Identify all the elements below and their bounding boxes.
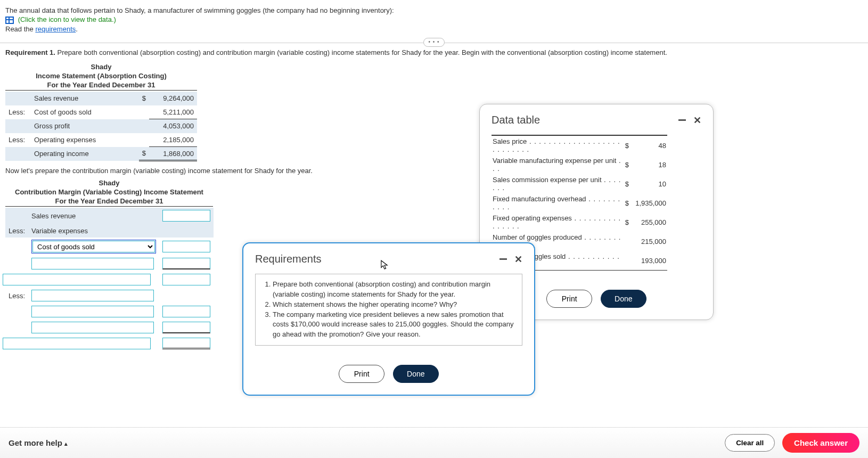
data-done-button[interactable]: Done: [601, 290, 646, 308]
gp-amt: 4,053,000: [149, 119, 197, 133]
data-label-3: Fixed manufacturing overhead: [493, 195, 586, 203]
help-label: Get more help: [9, 438, 62, 447]
variable-table: Sales revenue Less: Variable expenses Co…: [5, 208, 214, 351]
cogs-select[interactable]: Cost of goods sold: [32, 241, 155, 252]
data-amt-6: 193,000: [630, 251, 667, 271]
var-expenses-label: Variable expenses: [28, 224, 159, 238]
var-subtotal-label[interactable]: [3, 274, 151, 285]
data-print-button[interactable]: Print: [546, 290, 592, 308]
icon-hint[interactable]: (Click the icon to view the data.): [18, 15, 116, 23]
caret-up-icon: ▴: [64, 440, 68, 447]
req-done-button[interactable]: Done: [393, 365, 439, 383]
data-label-5: Number of goggles produced: [493, 233, 582, 241]
data-label-0: Sales price: [493, 137, 527, 145]
data-cur-4: $: [623, 212, 630, 232]
oi-cur: $: [139, 147, 149, 161]
table-row: Less:: [5, 288, 214, 304]
data-amt-5: 215,000: [630, 232, 667, 251]
var-line-2-label[interactable]: [31, 258, 154, 269]
clear-all-button[interactable]: Clear all: [725, 434, 775, 452]
var-line-6-label[interactable]: [31, 322, 154, 333]
data-cur-2: $: [623, 174, 630, 193]
data-table-icon[interactable]: [5, 17, 14, 24]
requirements-link[interactable]: requirements: [35, 25, 76, 33]
var-total-label[interactable]: [3, 338, 151, 349]
sales-label: Sales revenue: [31, 92, 139, 105]
table-row: [5, 304, 214, 320]
var-line-6-amt[interactable]: [162, 322, 210, 333]
var-line-5-amt[interactable]: [162, 306, 210, 317]
variable-period: For the Year Ended December 31: [5, 197, 213, 207]
var-line-5-label[interactable]: [31, 306, 154, 317]
opex-amt: 2,185,000: [149, 133, 197, 147]
requirement-item-3: The company marketing vice president bel…: [273, 310, 514, 340]
close-icon[interactable]: ✕: [514, 253, 522, 265]
cursor-icon: [381, 260, 388, 271]
var-total-amt[interactable]: [162, 338, 210, 349]
check-answer-button[interactable]: Check answer: [782, 433, 859, 453]
absorption-statement: Shady Income Statement (Absorption Costi…: [5, 63, 868, 162]
divider-toggle[interactable]: • • •: [423, 38, 445, 47]
var-sales-input[interactable]: [162, 210, 210, 222]
sales-amt: 9,264,000: [149, 92, 197, 105]
cogs-label: Cost of goods sold: [31, 105, 139, 119]
data-cur-3: $: [623, 193, 630, 212]
requirements-dialog-title: Requirements: [255, 253, 322, 265]
gp-label: Gross profit: [31, 119, 139, 133]
table-row: Less: Operating expenses 2,185,000: [5, 133, 197, 147]
oi-amt: 1,868,000: [149, 147, 197, 161]
data-cur-0: $: [623, 135, 630, 155]
variable-company: Shady: [5, 179, 213, 187]
table-row: [5, 256, 214, 272]
table-row: Gross profit 4,053,000: [5, 119, 197, 133]
table-row: Less: Cost of goods sold 5,211,000: [5, 105, 197, 119]
minimize-icon[interactable]: [499, 258, 507, 260]
var-sales-label: Sales revenue: [28, 208, 159, 224]
data-label-1: Variable manufacturing expense per unit: [493, 157, 616, 165]
data-label-4: Fixed operating expenses: [493, 214, 572, 222]
req-print-button[interactable]: Print: [339, 365, 384, 383]
table-row: [5, 336, 214, 351]
absorption-table: Sales revenue $ 9,264,000 Less: Cost of …: [5, 92, 197, 162]
cogs-select-wrap: Cost of goods sold: [31, 240, 156, 253]
requirement-item-1: Prepare both conventional (absorption co…: [273, 280, 514, 300]
absorption-title: Income Statement (Absorption Costing): [5, 72, 197, 80]
close-icon[interactable]: ✕: [693, 114, 701, 126]
data-cur-5: [623, 232, 630, 251]
get-more-help[interactable]: Get more help ▴: [9, 438, 68, 447]
sales-cur: $: [139, 92, 149, 105]
var-cogs-input[interactable]: [162, 241, 210, 252]
cogs-amt: 5,211,000: [149, 105, 197, 119]
requirement-1-label: Requirement 1.: [5, 48, 55, 56]
requirements-dialog: Requirements ✕ Prepare both conventional…: [242, 242, 535, 396]
minimize-icon[interactable]: [678, 119, 686, 121]
requirements-box: Prepare both conventional (absorption co…: [255, 274, 522, 346]
table-row: [5, 272, 214, 288]
read-suffix: .: [76, 25, 78, 33]
table-row: Fixed operating expenses . . . . . . . .…: [492, 212, 667, 232]
data-amt-4: 255,000: [630, 212, 667, 232]
var-line-2-amt[interactable]: [162, 258, 210, 269]
var-subtotal-amt[interactable]: [162, 274, 210, 285]
table-row: [5, 320, 214, 336]
intro-block: The annual data that follows pertain to …: [0, 0, 868, 33]
table-row: Sales price . . . . . . . . . . . . . . …: [492, 135, 667, 155]
data-cur-1: $: [623, 155, 630, 174]
opex-label: Operating expenses: [31, 133, 139, 147]
narrative-2: Now let's prepare the contribution margi…: [5, 167, 863, 175]
intro-line-1: The annual data that follows pertain to …: [5, 6, 863, 14]
less-label: Less:: [5, 105, 31, 119]
table-row: Cost of goods sold: [5, 238, 214, 256]
read-prefix: Read the: [5, 25, 35, 33]
var-line-4-label[interactable]: [31, 290, 154, 301]
data-amt-1: 18: [630, 155, 667, 174]
absorption-company: Shady: [5, 63, 197, 71]
table-row: Less: Variable expenses: [5, 224, 214, 238]
data-amt-2: 10: [630, 174, 667, 193]
table-row: Operating income $ 1,868,000: [5, 147, 197, 161]
requirement-1-text: Requirement 1. Prepare both conventional…: [0, 48, 868, 62]
less-label-2: Less:: [5, 133, 31, 147]
table-row: Sales revenue $ 9,264,000: [5, 92, 197, 105]
requirement-item-2: Which statement shows the higher operati…: [273, 300, 514, 310]
table-row: Sales commission expense per unit . . . …: [492, 174, 667, 193]
